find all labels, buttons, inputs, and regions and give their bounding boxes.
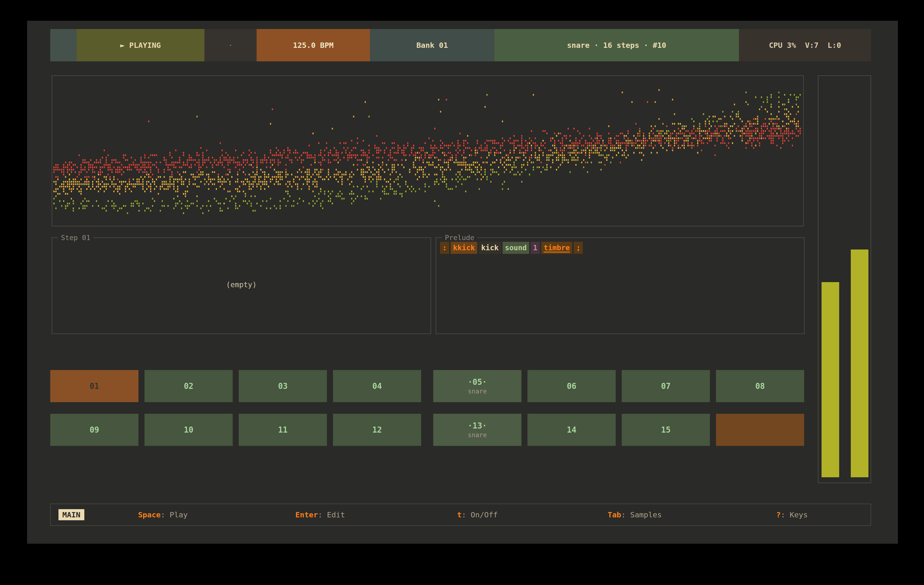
step-button-label: 14: [567, 425, 576, 434]
hint-label: : Samples: [621, 510, 662, 519]
step-button-09[interactable]: 09: [50, 414, 139, 446]
step-button-label: 10: [184, 425, 193, 434]
step-button-label: 11: [278, 425, 288, 434]
hint-label: : On/Off: [462, 510, 498, 519]
step-button-15[interactable]: 15: [622, 414, 710, 446]
hint-label: : Edit: [318, 510, 345, 519]
step-button-02[interactable]: 02: [145, 370, 233, 402]
prelude-code[interactable]: :kkickkicksound1timbre;: [440, 242, 584, 254]
prelude-title: Prelude: [442, 233, 477, 242]
step-button-01[interactable]: 01: [50, 370, 139, 402]
transport-status: ► PLAYING: [77, 29, 205, 61]
hint-key: t: [457, 510, 462, 519]
hint-space: Space: Play: [84, 510, 242, 519]
hint-label: : Keys: [781, 510, 808, 519]
step-button-label: ·13·: [468, 422, 487, 430]
step-button-03[interactable]: 03: [239, 370, 327, 402]
step-button-label: 06: [567, 382, 576, 391]
status-bar: MAIN Space: PlayEnter: Editt: On/OffTab:…: [50, 504, 871, 526]
meter-bar-right: [851, 249, 868, 477]
step-button-14[interactable]: 14: [528, 414, 615, 446]
prelude-panel: Prelude :kkickkicksound1timbre;: [436, 237, 805, 334]
hint-list: Space: PlayEnter: Editt: On/OffTab: Samp…: [84, 510, 871, 519]
step-button-12[interactable]: 12: [333, 414, 421, 446]
code-token-sound: sound: [503, 242, 529, 254]
corner-block: [50, 29, 77, 61]
step-button-label: 12: [372, 425, 382, 434]
step-button-label: 01: [90, 382, 99, 391]
step-button-13[interactable]: ·13·snare: [433, 414, 521, 446]
hint-tab: Tab: Samples: [556, 510, 713, 519]
track-info: snare · 16 steps · #10: [494, 29, 739, 61]
hint-t: t: On/Off: [399, 510, 556, 519]
mode-badge: MAIN: [58, 509, 84, 520]
step-button-05[interactable]: ·05·snare: [433, 370, 521, 402]
step-button-16[interactable]: [716, 414, 804, 446]
step-detail-title: Step 01: [58, 233, 93, 242]
step-button-06[interactable]: 06: [528, 370, 615, 402]
hint-key: Enter: [295, 510, 318, 519]
pattern-visualizer-canvas: [52, 76, 803, 226]
bank-display: Bank 01: [370, 29, 494, 61]
hint-key: ?: [776, 510, 781, 519]
step-button-label: 07: [661, 382, 671, 391]
step-button-label: ·05·: [468, 378, 487, 386]
code-token-timbre: timbre: [541, 242, 572, 254]
top-bar: ► PLAYING · 125.0 BPM Bank 01 snare · 16…: [50, 29, 871, 61]
step-button-label: 08: [755, 382, 765, 391]
step-sub-label: snare: [468, 388, 487, 395]
hint-key: Space: [138, 510, 160, 519]
step-grid-row-2: 09101112·13·snare1415: [50, 414, 838, 446]
step-button-10[interactable]: 10: [145, 414, 233, 446]
step-button-label: 04: [372, 382, 382, 391]
code-token-kkick: kkick: [450, 242, 477, 254]
pattern-visualizer-panel: [52, 75, 804, 226]
empty-state-text: (empty): [52, 280, 431, 289]
hint-label: : Play: [161, 510, 188, 519]
step-grid-row-1: 01020304·05·snare060708: [50, 370, 838, 402]
app-window: ► PLAYING · 125.0 BPM Bank 01 snare · 16…: [27, 21, 898, 544]
step-button-04[interactable]: 04: [333, 370, 421, 402]
step-sub-label: snare: [468, 432, 487, 438]
step-button-label: 03: [278, 382, 288, 391]
bpm-display: 125.0 BPM: [257, 29, 370, 61]
step-button-label: 15: [661, 425, 671, 434]
hint-enter: Enter: Edit: [242, 510, 399, 519]
step-button-11[interactable]: 11: [239, 414, 327, 446]
step-button-07[interactable]: 07: [622, 370, 710, 402]
cpu-stats: CPU 3% V:7 L:0: [739, 29, 871, 61]
hint-help: ?: Keys: [713, 510, 871, 519]
step-button-08[interactable]: 08: [716, 370, 804, 402]
code-token-punct: ;: [574, 242, 583, 254]
step-button-label: 09: [90, 425, 99, 434]
code-token-kick: kick: [478, 242, 501, 254]
dash-separator: ·: [205, 29, 257, 61]
code-token-1: 1: [531, 242, 540, 254]
code-token-punct: :: [440, 242, 449, 254]
step-button-label: 02: [184, 382, 193, 391]
step-detail-panel: Step 01 (empty): [52, 237, 431, 334]
hint-key: Tab: [608, 510, 621, 519]
